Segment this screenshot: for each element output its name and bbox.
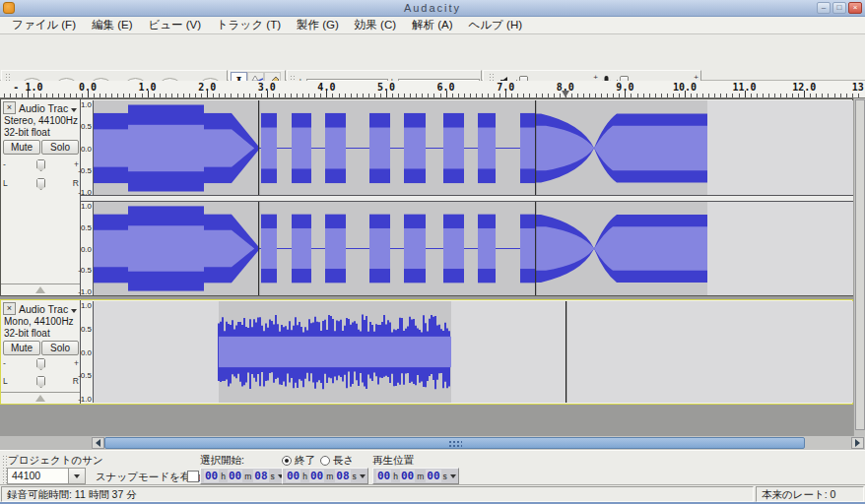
ruler-tick: [285, 94, 286, 97]
amplitude-ruler[interactable]: 1.00.50.0-0.5-1.0: [81, 301, 94, 403]
gain-slider[interactable]: - +: [9, 357, 72, 371]
track-name-menu[interactable]: Audio Trac: [19, 303, 77, 315]
selection-start-field[interactable]: 00h00m08s: [200, 468, 287, 484]
unit-m: m: [326, 472, 333, 481]
solo-button[interactable]: Solo: [41, 341, 79, 355]
ruler-label: 5.0: [377, 82, 395, 93]
project-rate-combo[interactable]: 44100: [7, 468, 86, 484]
menu-analyze[interactable]: 解析 (A): [404, 17, 461, 33]
slider-thumb[interactable]: [36, 376, 45, 388]
ruler-tick: [828, 94, 829, 97]
thumb-grip-icon: [448, 440, 462, 447]
seconds-digits[interactable]: 08: [335, 470, 350, 482]
end-radio[interactable]: [282, 456, 292, 466]
ruler-tick: [154, 94, 155, 97]
unit-h: h: [302, 472, 307, 481]
waveform-mono[interactable]: [94, 301, 853, 403]
hours-digits[interactable]: 00: [376, 470, 391, 482]
ruler-tick: [786, 94, 787, 97]
menu-file[interactable]: ファイル (F): [4, 17, 84, 33]
menu-view[interactable]: ビュー (V): [141, 17, 210, 33]
stereo-track: × Audio Trac Stereo, 44100Hz 32-bit floa…: [0, 98, 853, 296]
combo-dropdown-button[interactable]: [69, 468, 86, 484]
selection-end-field[interactable]: 00h00m08s: [282, 468, 368, 484]
slider-thumb[interactable]: [36, 159, 45, 171]
tracks-area: × Audio Trac Stereo, 44100Hz 32-bit floa…: [0, 98, 865, 436]
ruler-tick: [166, 94, 166, 97]
track-name-menu[interactable]: Audio Trac: [19, 102, 77, 114]
hours-digits[interactable]: 00: [204, 470, 219, 482]
ruler-tick: [739, 94, 740, 97]
vertical-scrollbar[interactable]: [853, 98, 865, 436]
ruler-tick: [548, 94, 549, 97]
slider-thumb[interactable]: [36, 358, 45, 370]
project-rate-value[interactable]: 44100: [7, 468, 69, 484]
scroll-right-button[interactable]: [851, 437, 864, 449]
minutes-digits[interactable]: 00: [228, 470, 242, 482]
unit-m: m: [417, 472, 424, 481]
ruler-tick: [667, 94, 668, 97]
ruler-tick: [476, 94, 477, 97]
dropdown-icon[interactable]: [450, 474, 456, 478]
play-position-field[interactable]: 00h00m00s: [372, 468, 459, 484]
hours-digits[interactable]: 00: [286, 470, 300, 482]
pan-slider[interactable]: L R: [9, 375, 72, 389]
ruler-tick: [123, 94, 124, 97]
ruler-tick: [643, 94, 644, 97]
minimize-button[interactable]: –: [817, 2, 831, 14]
waveform-channel-right[interactable]: [94, 202, 854, 295]
scroll-left-button[interactable]: [92, 437, 104, 449]
seconds-digits[interactable]: 00: [426, 470, 440, 482]
track-close-button[interactable]: ×: [3, 302, 16, 315]
track-close-button[interactable]: ×: [3, 101, 16, 114]
menu-tracks[interactable]: トラック (T): [209, 17, 289, 33]
dropdown-icon[interactable]: [360, 474, 366, 478]
ruler-tick: [458, 94, 459, 97]
ruler-tick: [117, 94, 118, 97]
mute-button[interactable]: Mute: [3, 341, 40, 355]
ruler-tick: [183, 94, 184, 97]
horizontal-scrollbar[interactable]: [0, 436, 865, 450]
pan-slider[interactable]: L R: [9, 177, 72, 191]
menu-edit[interactable]: 編集 (E): [84, 17, 141, 33]
gain-slider[interactable]: - +: [9, 158, 72, 172]
slider-thumb[interactable]: [36, 178, 45, 190]
solo-button[interactable]: Solo: [41, 140, 79, 155]
length-radio[interactable]: [320, 456, 330, 466]
track-collapse-button[interactable]: [1, 392, 80, 404]
snap-mode-checkbox[interactable]: [187, 471, 199, 482]
minutes-digits[interactable]: 00: [309, 470, 324, 482]
mute-button[interactable]: Mute: [3, 140, 40, 155]
ruler-tick: [177, 94, 178, 97]
dropdown-icon: [71, 108, 77, 112]
seconds-digits[interactable]: 08: [253, 470, 268, 482]
amplitude-label: 0.0: [81, 244, 92, 253]
vertical-scrollbar-thumb[interactable]: [855, 99, 865, 430]
track-collapse-button[interactable]: [1, 284, 80, 295]
menu-help[interactable]: ヘルプ (H): [461, 17, 530, 33]
amplitude-ruler[interactable]: 1.00.50.0-0.5-1.0: [81, 100, 94, 196]
playhead-marker[interactable]: [562, 91, 569, 97]
menu-generate[interactable]: 製作 (G): [289, 17, 347, 33]
ruler-tick: [58, 94, 59, 97]
ruler-tick: [231, 94, 232, 97]
ruler-tick: [213, 94, 214, 97]
ruler-tick: [237, 94, 238, 97]
snap-mode-label: スナップモードを有効: [96, 471, 201, 484]
close-button[interactable]: ×: [848, 2, 862, 14]
menu-effect[interactable]: 効果 (C): [347, 17, 404, 33]
waveform-channel-left[interactable]: [94, 100, 854, 196]
minutes-digits[interactable]: 00: [400, 470, 415, 482]
gain-min-label: -: [3, 159, 6, 169]
amplitude-ruler[interactable]: 1.00.50.0-0.5-1.0: [81, 202, 94, 295]
horizontal-scrollbar-thumb[interactable]: [104, 437, 805, 449]
end-radio-label: 終了: [295, 454, 315, 468]
ruler-tick: [529, 94, 530, 97]
toolbar-area: I ↔ * L: [0, 34, 865, 81]
maximize-button[interactable]: □: [832, 2, 846, 14]
title-bar[interactable]: Audacity – □ ×: [0, 0, 865, 17]
actual-rate-status: 本来のレート: 0: [756, 486, 864, 502]
ruler-tick: [339, 94, 340, 97]
ruler-tick: [697, 94, 698, 97]
timeline-ruler[interactable]: - 1.00.01.02.03.04.05.06.07.08.09.010.01…: [0, 81, 865, 98]
